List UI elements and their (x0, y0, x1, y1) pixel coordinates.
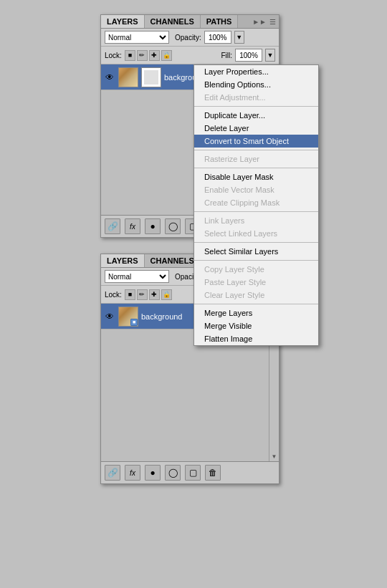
layer-thumbnail (118, 67, 138, 87)
menu-item-copy-layer-style: Copy Layer Style (194, 263, 318, 276)
menu-icon[interactable]: ☰ (269, 18, 276, 26)
tab-channels[interactable]: CHANNELS (145, 15, 201, 28)
menu-separator-1 (194, 106, 318, 107)
lock2-paint-icon[interactable]: ✏ (137, 289, 148, 300)
menu-item-link-layers: Link Layers (194, 214, 318, 227)
new-layer2-icon[interactable]: ▢ (185, 465, 201, 481)
fill-arrow[interactable]: ▼ (265, 49, 275, 62)
menu-item-convert-smart-object[interactable]: Convert to Smart Object (194, 135, 318, 148)
menu-separator-5 (194, 242, 318, 243)
menu-item-enable-vector-mask: Enable Vector Mask (194, 183, 318, 196)
menu-item-create-clipping-mask: Create Clipping Mask (194, 196, 318, 209)
layer-mask-thumbnail (141, 67, 161, 87)
menu-separator-7 (194, 304, 318, 304)
menu-item-paste-layer-style: Paste Layer Style (194, 276, 318, 289)
lock2-transparent-icon[interactable]: ■ (125, 289, 135, 300)
menu-item-delete-layer[interactable]: Delete Layer (194, 122, 318, 135)
menu-separator-6 (194, 260, 318, 261)
link-layers-icon[interactable]: 🔗 (105, 218, 120, 234)
lock-transparent-icon[interactable]: ■ (125, 50, 135, 61)
fill-input[interactable] (235, 49, 262, 62)
menu-item-layer-properties[interactable]: Layer Properties... (194, 65, 318, 78)
menu-item-blending-options[interactable]: Blending Options... (194, 78, 318, 91)
lock-label: Lock: (105, 52, 122, 59)
menu-item-clear-layer-style: Clear Layer Style (194, 289, 318, 302)
menu-item-disable-layer-mask[interactable]: Disable Layer Mask (194, 170, 318, 183)
lock-toolbar: Lock: ■ ✏ ✚ 🔒 Fill: ▼ (101, 47, 279, 64)
visibility-eye-icon[interactable]: 👁 (104, 72, 115, 83)
menu-separator-4 (194, 211, 318, 212)
adjustment2-icon[interactable]: ● (145, 465, 161, 481)
menu-item-select-linked-layers: Select Linked Layers (194, 227, 318, 240)
delete-layer2-icon[interactable]: 🗑 (205, 465, 221, 481)
fx2-icon[interactable]: fx (125, 465, 140, 481)
tab-paths[interactable]: PATHS (201, 15, 239, 28)
mask2-icon[interactable]: ◯ (165, 465, 181, 481)
mask-icon[interactable]: ◯ (165, 218, 181, 234)
menu-item-duplicate-layer[interactable]: Duplicate Layer... (194, 109, 318, 122)
blend-mode-select[interactable]: Normal (105, 31, 169, 44)
menu-separator-3 (194, 168, 318, 168)
panel-tab-bar: LAYERS CHANNELS PATHS ►► ☰ (101, 15, 279, 29)
smart-object-icon: ■ (130, 319, 138, 326)
fx-icon[interactable]: fx (125, 218, 140, 234)
context-menu: Layer Properties... Blending Options... … (194, 64, 319, 346)
adjustment-icon[interactable]: ● (145, 218, 161, 234)
tab2-layers[interactable]: LAYERS (101, 254, 145, 267)
opacity-label: Opacity: (175, 34, 201, 42)
layer2-thumbnail: ■ (118, 307, 138, 327)
lock2-all-icon[interactable]: 🔒 (161, 289, 172, 300)
menu-item-flatten-image[interactable]: Flatten Image (194, 332, 318, 345)
lock-paint-icon[interactable]: ✏ (137, 50, 148, 61)
lock-all-icon[interactable]: 🔒 (161, 50, 172, 61)
scroll2-down-arrow[interactable]: ▼ (270, 451, 279, 461)
link2-layers-icon[interactable]: 🔗 (105, 465, 120, 481)
menu-separator-2 (194, 150, 318, 150)
lock2-label: Lock: (105, 291, 122, 299)
menu-item-merge-visible[interactable]: Merge Visible (194, 319, 318, 332)
tab-layers[interactable]: LAYERS (101, 15, 145, 28)
blend-mode2-select[interactable]: Normal (105, 270, 169, 283)
panel-tab-icons: ►► ☰ (249, 16, 279, 27)
lock2-move-icon[interactable]: ✚ (149, 289, 160, 300)
menu-item-select-similar-layers[interactable]: Select Similar Layers (194, 245, 318, 258)
lock2-icons-group: ■ ✏ ✚ 🔒 (125, 289, 172, 300)
lock-move-icon[interactable]: ✚ (149, 50, 160, 61)
tab2-channels[interactable]: CHANNELS (145, 254, 201, 267)
expand-icon[interactable]: ►► (252, 18, 267, 26)
visibility2-eye-icon[interactable]: 👁 (104, 311, 115, 322)
opacity-input[interactable] (204, 31, 231, 44)
panel2-bottom-toolbar: 🔗 fx ● ◯ ▢ 🗑 (101, 461, 279, 483)
opacity-arrow[interactable]: ▼ (234, 31, 244, 44)
menu-item-merge-layers[interactable]: Merge Layers (194, 307, 318, 319)
fill-label: Fill: (221, 52, 232, 59)
blend-toolbar: Normal Opacity: ▼ (101, 29, 279, 47)
lock-icons-group: ■ ✏ ✚ 🔒 (125, 50, 172, 61)
menu-item-rasterize-layer: Rasterize Layer (194, 153, 318, 165)
menu-item-edit-adjustment: Edit Adjustment... (194, 91, 318, 104)
